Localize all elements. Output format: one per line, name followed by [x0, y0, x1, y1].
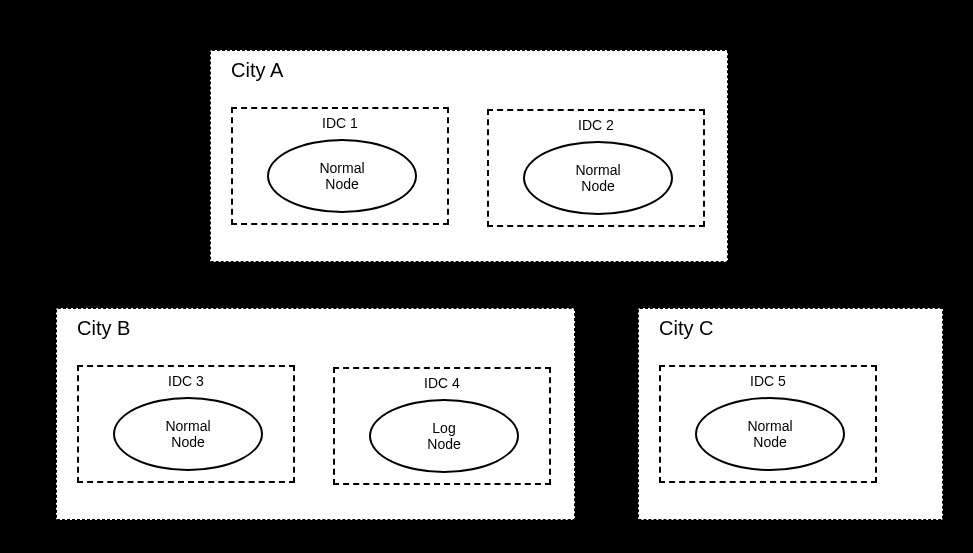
idc-3-node: Normal Node [113, 397, 263, 471]
idc-3: IDC 3 Normal Node [77, 365, 295, 483]
idc-5: IDC 5 Normal Node [659, 365, 877, 483]
idc-1-title: IDC 1 [233, 115, 447, 131]
city-b: City B IDC 3 Normal Node IDC 4 Log Node [56, 308, 575, 520]
idc-4-node: Log Node [369, 399, 519, 473]
idc-4: IDC 4 Log Node [333, 367, 551, 485]
idc-3-title: IDC 3 [79, 373, 293, 389]
idc-2-node: Normal Node [523, 141, 673, 215]
city-a: City A IDC 1 Normal Node IDC 2 Normal No… [210, 50, 728, 262]
idc-1-node: Normal Node [267, 139, 417, 213]
city-b-title: City B [77, 317, 130, 340]
city-a-title: City A [231, 59, 283, 82]
idc-2-title: IDC 2 [489, 117, 703, 133]
idc-4-title: IDC 4 [335, 375, 549, 391]
idc-5-title: IDC 5 [661, 373, 875, 389]
idc-5-node: Normal Node [695, 397, 845, 471]
idc-2: IDC 2 Normal Node [487, 109, 705, 227]
city-c: City C IDC 5 Normal Node [638, 308, 943, 520]
idc-1: IDC 1 Normal Node [231, 107, 449, 225]
city-c-title: City C [659, 317, 713, 340]
